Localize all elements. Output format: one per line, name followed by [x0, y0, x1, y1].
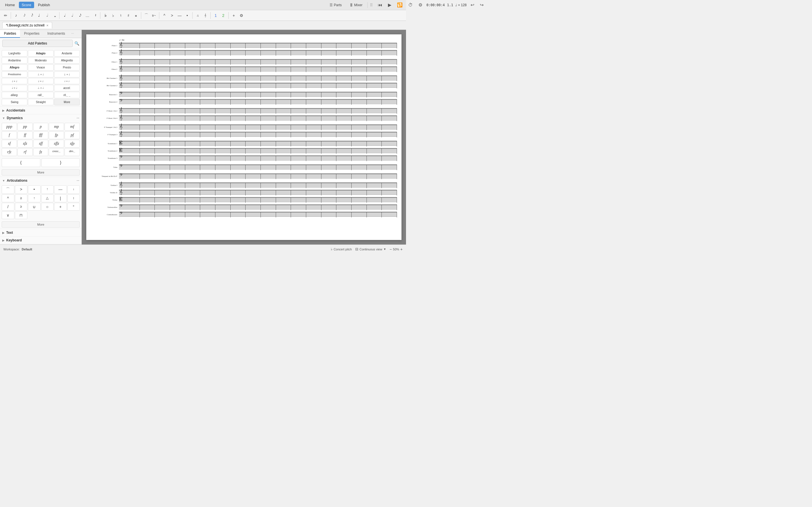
bar-segment[interactable]	[140, 205, 155, 210]
bar-segment[interactable]	[367, 67, 382, 72]
bar-segment[interactable]	[261, 108, 276, 114]
bar-segment[interactable]	[185, 174, 200, 179]
bar-segment[interactable]	[124, 67, 140, 72]
bar-segment[interactable]	[215, 212, 231, 217]
bar-segment[interactable]	[155, 205, 170, 210]
bar-segment[interactable]	[382, 141, 397, 147]
bar-segment[interactable]	[261, 76, 276, 81]
bar-segment[interactable]	[140, 83, 155, 89]
bar-segment[interactable]	[246, 43, 261, 48]
tempo-moderato[interactable]: Moderato	[28, 57, 54, 64]
bar-segment[interactable]	[231, 198, 246, 203]
bar-segment[interactable]	[306, 83, 321, 89]
menu-score[interactable]: Score	[19, 2, 34, 8]
double-sharp-button[interactable]: 𝄪	[133, 11, 139, 19]
bar-segment[interactable]	[215, 198, 231, 203]
score-canvas[interactable]: ♩= 84 (function() { const instruments = …	[82, 30, 406, 244]
bar-segment[interactable]	[246, 92, 261, 98]
bar-segment[interactable]	[321, 116, 337, 121]
bar-segment[interactable]	[140, 183, 155, 188]
instrument-row[interactable]: Timpani in Bb Eb F𝄢	[91, 173, 397, 180]
staff-area[interactable]: 𝄡	[119, 197, 397, 203]
bar-segment[interactable]	[306, 76, 321, 81]
bar-segment[interactable]	[140, 67, 155, 72]
bar-segment[interactable]	[291, 205, 306, 210]
bar-segment[interactable]	[321, 125, 337, 130]
bar-segment[interactable]	[306, 141, 321, 147]
staff-area[interactable]: 𝄢	[119, 156, 397, 161]
bar-segment[interactable]	[231, 50, 246, 56]
bar-segment[interactable]	[261, 125, 276, 130]
tempo-eq3[interactable]: ♩ = ♩	[2, 78, 28, 84]
bar-segment[interactable]	[124, 198, 140, 203]
bar-segment[interactable]	[336, 76, 352, 81]
dyn-pf[interactable]: pf	[64, 131, 80, 139]
tempo-straight[interactable]: Straight	[28, 99, 54, 105]
bar-segment[interactable]	[352, 50, 367, 56]
staff-area[interactable]: 𝄡	[119, 148, 397, 154]
bar-segment[interactable]	[276, 108, 291, 114]
bar-segment[interactable]	[170, 205, 185, 210]
bar-segment[interactable]	[170, 165, 185, 170]
bar-segment[interactable]	[336, 92, 352, 98]
bar-segment[interactable]	[336, 116, 352, 121]
bar-segment[interactable]	[382, 149, 397, 154]
bar-segment[interactable]	[367, 100, 382, 105]
bar-segment[interactable]	[170, 83, 185, 89]
bar-segment[interactable]	[306, 205, 321, 210]
bar-segment[interactable]	[291, 212, 306, 217]
bar-segment[interactable]	[321, 183, 337, 188]
bar-segment[interactable]	[291, 141, 306, 147]
bar-segment[interactable]	[170, 156, 185, 161]
bar-segment[interactable]	[170, 183, 185, 188]
tempo-swing[interactable]: Swing	[2, 99, 28, 105]
bar-segment[interactable]	[352, 92, 367, 98]
bar-segment[interactable]	[276, 205, 291, 210]
bar-segment[interactable]	[382, 108, 397, 114]
art-up-bow[interactable]: ↑	[41, 185, 54, 194]
bar-segment[interactable]	[215, 108, 231, 114]
bar-segment[interactable]	[200, 156, 215, 161]
bar-segment[interactable]	[246, 116, 261, 121]
art-down-bow[interactable]: ↓	[67, 185, 80, 194]
flat-button[interactable]: ♭	[110, 11, 116, 19]
art-tenuto[interactable]: —	[54, 185, 67, 194]
instrument-row[interactable]: Trombone 3𝄢	[91, 155, 397, 162]
bar-segment[interactable]	[352, 125, 367, 130]
bar-segment[interactable]	[246, 67, 261, 72]
bar-segment[interactable]	[291, 125, 306, 130]
bar-segment[interactable]	[276, 149, 291, 154]
bar-segment[interactable]	[321, 205, 337, 210]
bar-segment[interactable]	[215, 190, 231, 195]
bar-segment[interactable]	[155, 212, 170, 217]
bar-segment[interactable]	[155, 116, 170, 121]
dyn-ppp[interactable]: ppp	[2, 123, 17, 131]
bar-segment[interactable]	[231, 59, 246, 65]
bar-segment[interactable]	[321, 83, 337, 89]
bar-segment[interactable]	[231, 205, 246, 210]
tempo-accel[interactable]: accel.	[54, 85, 80, 91]
bar-segment[interactable]	[367, 183, 382, 188]
bar-segment[interactable]	[140, 92, 155, 98]
bar-segment[interactable]	[367, 190, 382, 195]
bar-segment[interactable]	[261, 190, 276, 195]
search-palettes-button[interactable]: 🔍	[74, 41, 79, 46]
bar-segment[interactable]	[215, 50, 231, 56]
bar-segment[interactable]	[231, 212, 246, 217]
art-circle-x[interactable]: °	[67, 203, 80, 211]
note-whole-button[interactable]: 𝅝	[51, 11, 57, 19]
bar-segment[interactable]	[321, 149, 337, 154]
bar-segment[interactable]	[140, 43, 155, 48]
dyn-fp[interactable]: fp	[49, 131, 64, 139]
bar-segment[interactable]	[321, 198, 337, 203]
staff-area[interactable]: 𝄢	[119, 99, 397, 105]
bar-segment[interactable]	[261, 183, 276, 188]
bar-segment[interactable]	[382, 67, 397, 72]
bar-segment[interactable]	[276, 116, 291, 121]
bar-segment[interactable]	[200, 100, 215, 105]
articulations-more-button[interactable]: More	[2, 221, 80, 228]
staccato-button[interactable]: •	[184, 11, 191, 19]
art-double-up[interactable]: ↕	[67, 194, 80, 202]
bar-segment[interactable]	[215, 116, 231, 121]
bar-segment[interactable]	[261, 198, 276, 203]
